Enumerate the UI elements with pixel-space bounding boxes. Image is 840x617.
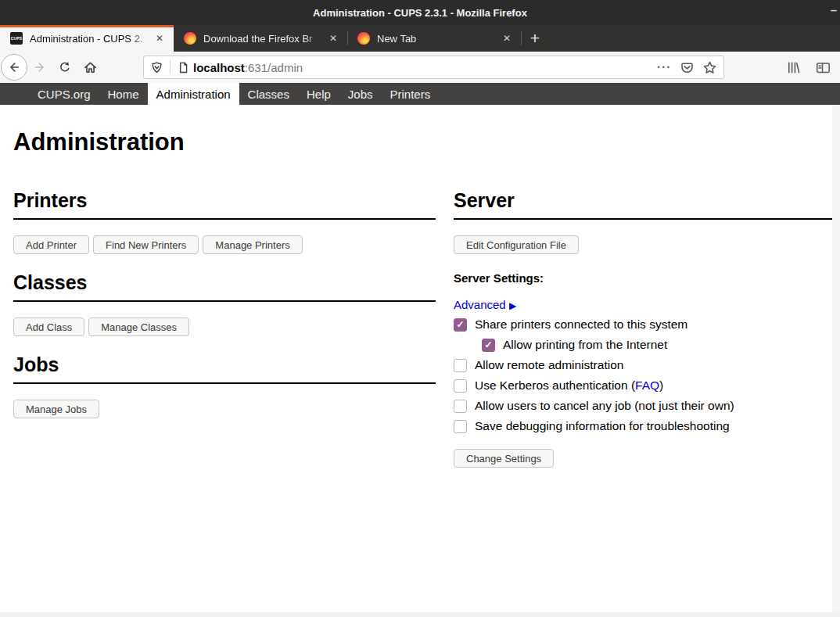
page-title: Administration <box>13 128 840 156</box>
find-new-printers-button[interactable]: Find New Printers <box>93 235 199 254</box>
url-text: localhost:631/admin <box>193 61 655 74</box>
manage-classes-button[interactable]: Manage Classes <box>88 317 189 336</box>
forward-arrow-icon <box>33 60 47 74</box>
jobs-heading: Jobs <box>13 353 436 384</box>
tab-administration-cups-2[interactable]: CUPSAdministration - CUPS 2.✕ <box>0 25 174 52</box>
checkbox-label: Save debugging information for troublesh… <box>475 419 730 433</box>
server-heading: Server <box>454 189 832 220</box>
reload-button[interactable] <box>52 55 77 80</box>
checkbox-unchecked[interactable] <box>454 379 467 393</box>
tracking-protection-shield-icon[interactable] <box>150 61 163 74</box>
minimize-button[interactable]: – <box>831 3 837 16</box>
page-info-icon[interactable] <box>177 61 190 74</box>
url-bar[interactable]: localhost:631/admin ••• <box>143 56 724 79</box>
reload-icon <box>58 60 72 74</box>
manage-printers-button[interactable]: Manage Printers <box>203 235 302 254</box>
navigation-toolbar: localhost:631/admin ••• <box>0 52 840 83</box>
nav-item-administration[interactable]: Administration <box>148 83 239 105</box>
checkbox-checked[interactable]: ✓ <box>454 318 467 332</box>
library-button[interactable] <box>781 55 806 80</box>
tab-strip: CUPSAdministration - CUPS 2.✕Download th… <box>0 25 840 52</box>
add-class-button[interactable]: Add Class <box>13 317 84 336</box>
home-icon <box>83 60 98 75</box>
firefox-icon <box>357 32 370 45</box>
nav-item-classes[interactable]: Classes <box>239 83 298 105</box>
cups-nav-bar: CUPS.orgHomeAdministrationClassesHelpJob… <box>0 83 840 105</box>
new-tab-button[interactable]: + <box>521 25 549 52</box>
faq-link[interactable]: FAQ <box>635 378 659 393</box>
firefox-icon <box>184 32 196 45</box>
advanced-link-row: Advanced ▶ <box>454 298 832 311</box>
sidebar-icon <box>815 60 831 75</box>
urlbar-separator <box>170 60 171 74</box>
jobs-buttons: Manage Jobs <box>13 400 436 418</box>
back-button[interactable] <box>1 54 27 81</box>
checkbox-checked[interactable]: ✓ <box>482 339 495 352</box>
window-title: Administration - CUPS 2.3.1 - Mozilla Fi… <box>313 7 527 19</box>
window-titlebar: Administration - CUPS 2.3.1 - Mozilla Fi… <box>0 0 840 25</box>
printers-heading: Printers <box>13 189 436 220</box>
checkbox-unchecked[interactable] <box>454 400 467 413</box>
url-path: :631/admin <box>245 61 303 74</box>
advanced-expander-icon[interactable]: ▶ <box>509 300 516 311</box>
home-button[interactable] <box>77 55 102 80</box>
forward-button[interactable] <box>27 55 52 80</box>
checkbox-row-allow-printing-from-the-internet[interactable]: ✓Allow printing from the Internet <box>482 338 832 352</box>
left-column: Printers Add PrinterFind New PrintersMan… <box>13 189 436 468</box>
library-icon <box>786 60 801 75</box>
advanced-link[interactable]: Advanced <box>454 298 506 311</box>
page-content: Administration Printers Add PrinterFind … <box>0 128 840 468</box>
checkbox-row-use-kerberos-authentication[interactable]: Use Kerberos authentication (FAQ) <box>454 378 832 393</box>
edit-configuration-file-button[interactable]: Edit Configuration File <box>454 235 579 254</box>
checkbox-row-allow-remote-administration[interactable]: Allow remote administration <box>454 358 832 372</box>
nav-item-jobs[interactable]: Jobs <box>339 83 382 105</box>
nav-item-help[interactable]: Help <box>298 83 339 105</box>
checkbox-unchecked[interactable] <box>454 420 467 433</box>
pocket-save-icon[interactable] <box>680 60 695 75</box>
change-settings-button[interactable]: Change Settings <box>454 449 554 468</box>
right-column: Server Edit Configuration File Server Se… <box>454 189 832 468</box>
checkbox-label-suffix: ) <box>659 378 663 393</box>
add-printer-button[interactable]: Add Printer <box>13 235 89 254</box>
checkbox-unchecked[interactable] <box>454 359 467 372</box>
tab-title: New Tab <box>377 33 500 45</box>
checkbox-label: Use Kerberos authentication ( <box>475 378 635 393</box>
sidebar-toggle-button[interactable] <box>810 55 835 80</box>
checkbox-label: Allow printing from the Internet <box>503 338 667 352</box>
server-settings-checkboxes: ✓Share printers connected to this system… <box>454 317 832 433</box>
tab-download-the-firefox-br[interactable]: Download the Firefox Br✕ <box>174 25 347 52</box>
checkbox-row-save-debugging-information-for-troubleshooting[interactable]: Save debugging information for troublesh… <box>454 419 832 433</box>
printers-buttons: Add PrinterFind New PrintersManage Print… <box>13 235 436 254</box>
window-bottom-edge <box>0 612 840 617</box>
page-actions-button[interactable]: ••• <box>655 63 672 71</box>
server-buttons: Edit Configuration File <box>454 235 832 254</box>
manage-jobs-button[interactable]: Manage Jobs <box>13 400 99 418</box>
back-arrow-icon <box>7 60 21 74</box>
tab-close-button[interactable]: ✕ <box>153 32 167 45</box>
cups-favicon: CUPS <box>10 32 23 45</box>
tab-close-button[interactable]: ✕ <box>326 32 340 45</box>
bookmark-star-icon[interactable] <box>702 60 717 75</box>
checkbox-row-share-printers-connected-to-this-system[interactable]: ✓Share printers connected to this system <box>454 317 832 332</box>
tab-title: Administration - CUPS 2. <box>30 33 153 45</box>
tab-title: Download the Firefox Br <box>203 33 326 45</box>
server-settings-label: Server Settings: <box>454 271 832 285</box>
checkbox-row-allow-users-to-cancel-any-job-not-just-their-own[interactable]: Allow users to cancel any job (not just … <box>454 399 832 413</box>
tab-close-button[interactable]: ✕ <box>500 32 514 45</box>
nav-item-cups-org[interactable]: CUPS.org <box>29 83 99 105</box>
checkbox-label: Share printers connected to this system <box>475 317 687 332</box>
checkbox-label: Allow users to cancel any job (not just … <box>475 399 734 413</box>
nav-item-printers[interactable]: Printers <box>382 83 440 105</box>
nav-item-home[interactable]: Home <box>99 83 148 105</box>
checkbox-label: Allow remote administration <box>475 358 623 372</box>
classes-heading: Classes <box>13 271 436 302</box>
scrollbar[interactable] <box>832 105 840 612</box>
tab-new-tab[interactable]: New Tab✕ <box>347 25 521 52</box>
classes-buttons: Add ClassManage Classes <box>13 317 436 336</box>
url-host: localhost <box>193 61 245 74</box>
